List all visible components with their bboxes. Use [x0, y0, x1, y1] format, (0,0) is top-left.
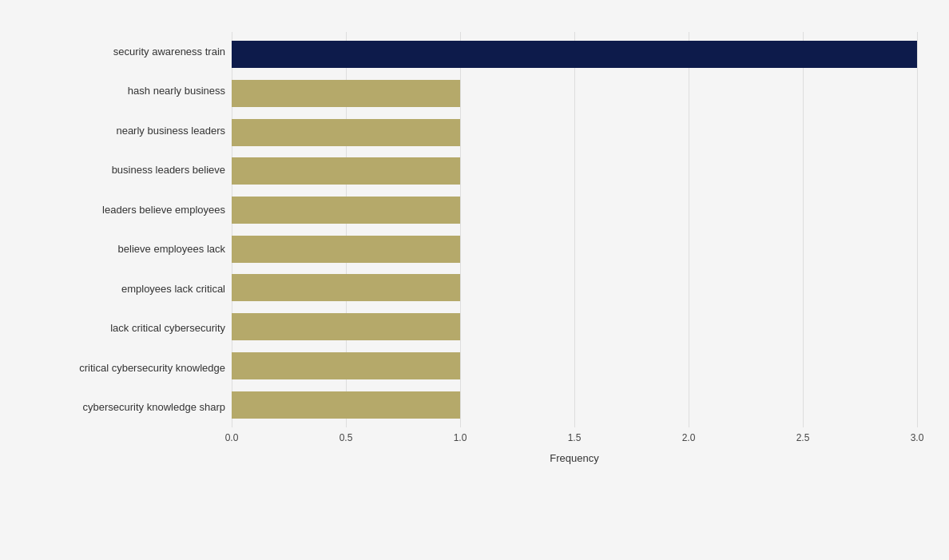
x-tick: 1.5	[568, 432, 582, 443]
y-label: nearly business leaders	[32, 121, 225, 141]
bar-row	[232, 77, 917, 109]
bar	[232, 313, 460, 340]
y-label: hash nearly business	[32, 81, 225, 101]
bar	[232, 41, 917, 68]
y-label: leaders believe employees	[32, 201, 225, 220]
x-tick: 0.0	[225, 432, 239, 443]
bar-row	[232, 155, 917, 187]
x-axis-spacer	[32, 432, 232, 464]
x-axis-label: Frequency	[232, 452, 917, 464]
y-label: employees lack critical	[32, 280, 225, 299]
y-label: security awareness train	[32, 42, 225, 62]
bar-row	[232, 389, 917, 421]
bar	[232, 119, 460, 146]
bars-section: security awareness trainhash nearly busi…	[32, 32, 917, 427]
bar-row	[232, 272, 917, 304]
chart-area: security awareness trainhash nearly busi…	[32, 32, 917, 464]
x-tick: 3.0	[911, 432, 924, 443]
bar-row	[232, 350, 917, 382]
bar-row	[232, 38, 917, 70]
y-label: business leaders believe	[32, 161, 225, 180]
x-axis: 0.00.51.01.52.02.53.0Frequency	[232, 432, 917, 464]
y-labels: security awareness trainhash nearly busi…	[32, 32, 232, 427]
y-label: lack critical cybersecurity	[32, 319, 225, 338]
x-tick: 1.0	[454, 432, 467, 443]
x-tick: 2.5	[796, 432, 810, 443]
bar	[232, 80, 460, 107]
bar	[232, 157, 460, 185]
x-axis-section: 0.00.51.01.52.02.53.0Frequency	[32, 432, 917, 464]
bar-row	[232, 311, 917, 343]
x-tick: 0.5	[339, 432, 353, 443]
bar	[232, 352, 460, 379]
y-label: critical cybersecurity knowledge	[32, 359, 225, 378]
chart-container: security awareness trainhash nearly busi…	[0, 0, 949, 560]
bars-plot	[232, 32, 917, 427]
bar-row	[232, 194, 917, 226]
grid-line	[917, 32, 918, 427]
x-tick: 2.0	[682, 432, 696, 443]
bar	[232, 197, 460, 224]
bar-row	[232, 233, 917, 265]
bar	[232, 391, 460, 419]
y-label: believe employees lack	[32, 240, 225, 259]
bar-row	[232, 117, 917, 149]
bar	[232, 274, 460, 301]
y-label: cybersecurity knowledge sharp	[32, 398, 225, 417]
bar	[232, 236, 460, 263]
